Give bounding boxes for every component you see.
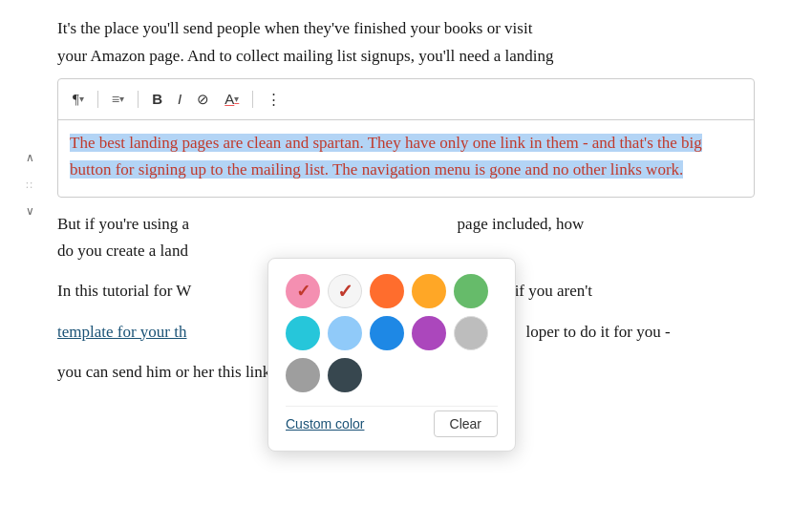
paragraph-button[interactable]: ¶ ▾ — [68, 85, 89, 114]
toolbar-divider-3 — [252, 91, 253, 108]
editor-content[interactable]: The best landing pages are clean and spa… — [58, 120, 754, 197]
more-icon: ⋮ — [267, 88, 281, 111]
grip-icon: :: — [26, 176, 34, 194]
color-swatch-light-gray[interactable] — [454, 316, 488, 350]
link-button[interactable]: ⊘ — [192, 85, 214, 114]
align-icon: ≡ — [112, 88, 119, 111]
toolbar-divider-1 — [97, 91, 98, 108]
expand-button[interactable]: ∨ — [19, 201, 40, 222]
bold-label: B — [152, 88, 162, 111]
italic-label: I — [178, 88, 182, 111]
bold-button[interactable]: B — [147, 85, 167, 114]
color-swatch-purple[interactable] — [412, 316, 446, 350]
color-picker-popup: ✓ Custom color Clear — [267, 258, 516, 452]
color-swatch-mint[interactable] — [454, 274, 488, 308]
editor-toolbar: ¶ ▾ ≡ ▾ B I ⊘ A ▾ ⋮ — [58, 79, 754, 120]
align-button[interactable]: ≡ ▾ — [107, 85, 129, 114]
underline-label: A — [224, 88, 234, 111]
color-swatch-teal[interactable] — [286, 316, 320, 350]
paragraph-dropdown-icon: ▾ — [79, 92, 84, 107]
color-swatch-light-blue[interactable] — [328, 316, 362, 350]
color-picker-footer: Custom color Clear — [286, 406, 498, 437]
editor-block: ¶ ▾ ≡ ▾ B I ⊘ A ▾ ⋮ — [57, 78, 755, 198]
toolbar-divider-2 — [138, 91, 139, 108]
color-swatch-gray[interactable] — [286, 358, 320, 392]
chevron-down-icon: ∨ — [26, 202, 34, 221]
color-swatch-yellow[interactable] — [412, 274, 446, 308]
chevron-up-icon: ∧ — [26, 149, 34, 167]
color-swatch-dark[interactable] — [328, 358, 362, 392]
collapse-button[interactable]: ∧ — [19, 148, 40, 169]
template-link[interactable]: template for your th — [57, 323, 187, 341]
italic-button[interactable]: I — [173, 85, 186, 114]
clear-button[interactable]: Clear — [434, 410, 498, 437]
underline-dropdown-icon: ▾ — [234, 92, 239, 107]
more-options-button[interactable]: ⋮ — [262, 85, 286, 114]
color-swatch-pink[interactable] — [286, 274, 320, 308]
color-swatch-orange[interactable] — [370, 274, 404, 308]
color-swatch-check[interactable]: ✓ — [328, 274, 362, 308]
align-dropdown-icon: ▾ — [119, 92, 124, 107]
custom-color-link[interactable]: Custom color — [286, 413, 364, 434]
color-swatch-blue[interactable] — [370, 316, 404, 350]
intro-text-1: It's the place you'll send people when t… — [57, 15, 755, 41]
selected-text: The best landing pages are clean and spa… — [70, 134, 702, 178]
link-icon: ⊘ — [197, 88, 209, 111]
color-grid: ✓ — [286, 274, 498, 392]
underline-button[interactable]: A ▾ — [220, 85, 244, 114]
intro-text-2: your Amazon page. And to collect mailing… — [57, 43, 755, 69]
paragraph-icon: ¶ — [73, 88, 79, 111]
drag-handle[interactable]: :: — [19, 175, 40, 196]
